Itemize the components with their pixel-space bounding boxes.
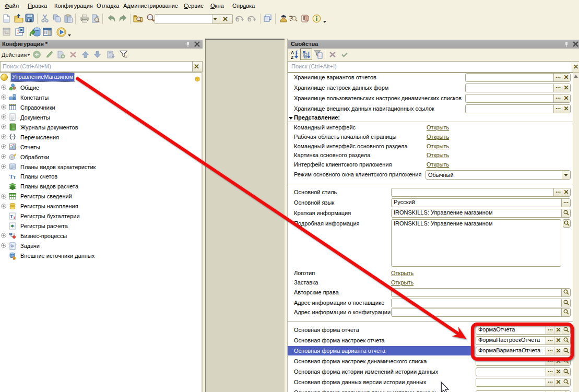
svg-text:T: T <box>13 216 16 220</box>
svg-text:Z: Z <box>291 55 293 60</box>
svg-text:T: T <box>13 175 16 180</box>
